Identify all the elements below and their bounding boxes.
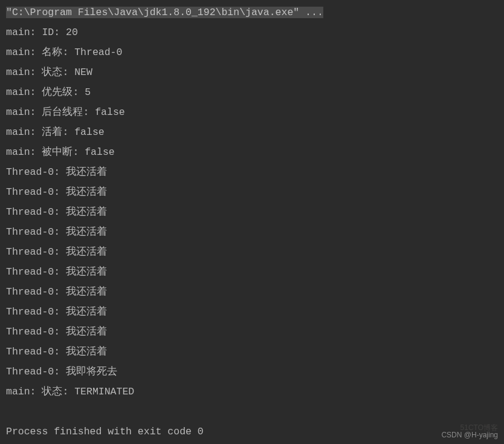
- command-line: "C:\Program Files\Java\jdk1.8.0_192\bin\…: [6, 7, 323, 18]
- output-line: Thread-0: 我还活着: [6, 342, 498, 362]
- exit-line: Process finished with exit code 0: [6, 422, 498, 442]
- output-line: Thread-0: 我还活着: [6, 262, 498, 282]
- output-line: main: 状态: NEW: [6, 62, 498, 82]
- command-line-wrapper: "C:\Program Files\Java\jdk1.8.0_192\bin\…: [6, 2, 498, 22]
- output-line: main: 名称: Thread-0: [6, 42, 498, 62]
- output-line: main: 活着: false: [6, 122, 498, 142]
- output-line: Thread-0: 我还活着: [6, 222, 498, 242]
- output-line: main: 状态: TERMINATED: [6, 382, 498, 402]
- output-line: Thread-0: 我还活着: [6, 242, 498, 262]
- output-line: Thread-0: 我还活着: [6, 322, 498, 342]
- output-line: main: 优先级: 5: [6, 82, 498, 102]
- output-line: main: 后台线程: false: [6, 102, 498, 122]
- output-line: Thread-0: 我即将死去: [6, 362, 498, 382]
- output-line: Thread-0: 我还活着: [6, 302, 498, 322]
- output-line: Thread-0: 我还活着: [6, 202, 498, 222]
- output-line: main: ID: 20: [6, 22, 498, 42]
- output-line: Thread-0: 我还活着: [6, 282, 498, 302]
- output-line: Thread-0: 我还活着: [6, 182, 498, 202]
- blank-line: [6, 402, 498, 422]
- output-line: main: 被中断: false: [6, 142, 498, 162]
- watermark-primary: CSDN @H-yajing: [441, 431, 498, 439]
- output-line: Thread-0: 我还活着: [6, 162, 498, 182]
- console-output[interactable]: "C:\Program Files\Java\jdk1.8.0_192\bin\…: [0, 0, 504, 444]
